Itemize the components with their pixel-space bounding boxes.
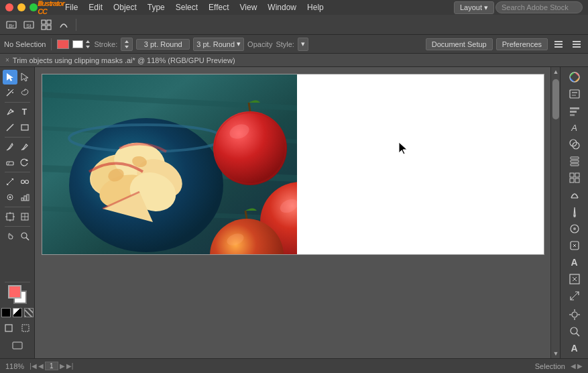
lasso-tool[interactable] bbox=[17, 85, 32, 100]
close-button[interactable] bbox=[5, 3, 13, 11]
type-tool-icon: T bbox=[22, 107, 27, 117]
svg-rect-45 bbox=[5, 325, 12, 331]
page-prev-button[interactable]: ◀ bbox=[38, 362, 44, 370]
pencil-tool[interactable] bbox=[17, 140, 32, 154]
scroll-up-button[interactable]: ▲ bbox=[551, 67, 560, 76]
menu-effect[interactable]: Effect bbox=[204, 1, 233, 13]
maximize-button[interactable] bbox=[30, 3, 38, 11]
none-swatch[interactable] bbox=[1, 308, 11, 317]
document-setup-button[interactable]: Document Setup bbox=[426, 38, 493, 50]
svg-rect-87 bbox=[575, 173, 579, 177]
menu-file[interactable]: File bbox=[60, 1, 82, 13]
search-stock-button[interactable] bbox=[565, 324, 585, 339]
menu-object[interactable]: Object bbox=[109, 1, 141, 13]
document-tab[interactable]: × Trim objects using clipping masks .ai*… bbox=[0, 54, 588, 67]
pen-tool[interactable] bbox=[3, 105, 17, 119]
layout-button[interactable]: Layout ▾ bbox=[454, 1, 494, 14]
layers-panel-button[interactable] bbox=[565, 154, 585, 168]
svg-rect-34 bbox=[27, 195, 29, 201]
curvature-icon[interactable] bbox=[56, 17, 71, 32]
svg-line-21 bbox=[7, 124, 13, 131]
menu-window[interactable]: Window bbox=[263, 1, 301, 13]
slice-tool[interactable] bbox=[17, 209, 32, 224]
draw-normal-icon[interactable] bbox=[1, 321, 16, 335]
rect-tool[interactable] bbox=[17, 120, 32, 135]
appearance-panel-button[interactable] bbox=[565, 87, 585, 101]
tab-close-button[interactable]: × bbox=[5, 56, 9, 64]
scroll-thumb[interactable] bbox=[552, 79, 559, 119]
stock-icon[interactable]: St bbox=[21, 17, 36, 32]
chat-button[interactable]: A bbox=[565, 341, 585, 356]
menu-view[interactable]: View bbox=[235, 1, 262, 13]
color-wheel-button[interactable] bbox=[565, 70, 585, 85]
character-panel-button[interactable]: A bbox=[565, 255, 585, 270]
minimize-button[interactable] bbox=[17, 3, 25, 11]
prop-menu-icon[interactable] bbox=[569, 37, 584, 52]
svg-rect-9 bbox=[554, 44, 563, 45]
prop-extra-icon[interactable] bbox=[551, 37, 566, 52]
fill-color-swatch[interactable] bbox=[8, 285, 21, 299]
expand-panel-button[interactable] bbox=[565, 288, 585, 303]
vertical-scrollbar[interactable]: ▲ ▼ bbox=[550, 67, 560, 358]
gradient-swatch[interactable] bbox=[13, 308, 22, 317]
menu-edit[interactable]: Edit bbox=[84, 1, 107, 13]
graphic-styles-button[interactable] bbox=[565, 238, 585, 253]
fill-swatch[interactable] bbox=[57, 40, 69, 49]
selection-tool[interactable] bbox=[3, 70, 17, 85]
cc-libraries-button[interactable] bbox=[565, 187, 585, 202]
rotate-tool[interactable] bbox=[17, 155, 32, 170]
artboard-next-button[interactable]: ▶ bbox=[577, 362, 583, 370]
transform-panel-button[interactable]: A bbox=[565, 120, 585, 135]
stroke-swatch[interactable] bbox=[72, 40, 83, 48]
artboard-navigation: ◀ ▶ bbox=[571, 362, 583, 370]
pathfinder-panel-button[interactable] bbox=[565, 137, 585, 152]
symbol-sprayer-tool[interactable] bbox=[3, 190, 17, 205]
page-next-button[interactable]: ▶ bbox=[60, 362, 65, 370]
line-tool[interactable] bbox=[3, 120, 17, 135]
magic-wand-tool[interactable] bbox=[3, 85, 17, 100]
type-tool[interactable]: T bbox=[17, 105, 32, 119]
pattern-swatch[interactable] bbox=[24, 308, 34, 317]
stroke-label-group: Stroke: bbox=[94, 40, 117, 48]
fill-stroke-swatches[interactable] bbox=[8, 285, 27, 304]
sunlight-button[interactable] bbox=[565, 307, 585, 322]
scroll-down-button[interactable]: ▼ bbox=[551, 349, 560, 358]
menu-select[interactable]: Select bbox=[171, 1, 202, 13]
screen-mode-button[interactable] bbox=[10, 338, 25, 353]
artboard-prev-button[interactable]: ◀ bbox=[571, 362, 576, 370]
eraser-tool[interactable] bbox=[3, 155, 17, 170]
canvas-area[interactable]: ▲ ▼ bbox=[35, 67, 560, 358]
paintbrush-tool[interactable] bbox=[3, 140, 17, 154]
page-last-button[interactable]: ▶| bbox=[66, 362, 74, 370]
stroke-spinbox[interactable] bbox=[121, 38, 133, 51]
links-panel-button[interactable] bbox=[565, 272, 585, 286]
stroke-style-dropdown[interactable]: 3 pt. Round ▾ bbox=[193, 38, 244, 51]
bridge-icon[interactable]: Br bbox=[4, 17, 19, 32]
blend-tool[interactable] bbox=[17, 174, 32, 189]
style-dropdown[interactable]: ▾ bbox=[298, 38, 308, 51]
brushes-panel-button[interactable] bbox=[565, 205, 585, 219]
panel-icon bbox=[554, 40, 563, 49]
artboard-tool[interactable] bbox=[3, 209, 17, 224]
page-number-input[interactable] bbox=[45, 362, 58, 370]
grid-icon[interactable] bbox=[39, 17, 54, 32]
artboards-panel-button[interactable] bbox=[565, 170, 585, 185]
menu-type[interactable]: Type bbox=[143, 1, 170, 13]
preferences-button[interactable]: Preferences bbox=[496, 38, 548, 50]
tool-sep1 bbox=[5, 102, 30, 103]
scale-tool[interactable] bbox=[3, 174, 17, 189]
draw-behind-icon[interactable] bbox=[18, 321, 33, 335]
direct-selection-tool[interactable] bbox=[17, 70, 32, 85]
page-first-button[interactable]: |◀ bbox=[30, 362, 37, 370]
menu-help[interactable]: Help bbox=[302, 1, 329, 13]
symbols-panel-button[interactable] bbox=[565, 221, 585, 236]
image-object[interactable] bbox=[42, 74, 297, 254]
align-panel-button[interactable] bbox=[565, 103, 585, 118]
zoom-tool[interactable] bbox=[17, 229, 32, 244]
hand-tool[interactable] bbox=[3, 229, 17, 244]
search-input[interactable] bbox=[495, 1, 583, 13]
svg-point-28 bbox=[25, 180, 28, 184]
stroke-value-input[interactable] bbox=[136, 39, 190, 50]
svg-rect-22 bbox=[21, 125, 28, 130]
column-graph-tool[interactable] bbox=[17, 190, 32, 205]
